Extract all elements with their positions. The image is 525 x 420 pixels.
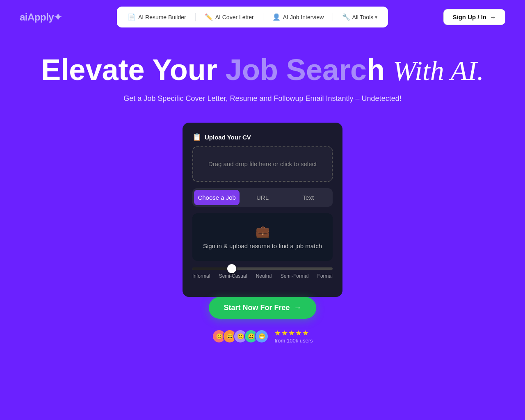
tone-label-neutral: Neutral [256,273,272,279]
nav-item-interview-label: AI Job Interview [283,14,324,21]
nav-item-all-tools[interactable]: 🔧 All Tools ▾ [336,10,383,24]
main-card: 📋 Upload Your CV Drag and drop file here… [183,123,342,297]
job-match-text: Sign in & upload resume to find a job ma… [201,242,324,249]
tab-text[interactable]: Text [285,190,331,205]
navbar: aiApply✦ 📄 AI Resume Builder ✏️ AI Cover… [0,0,525,34]
tone-section: Informal Semi-Casual Neutral Semi-Formal… [192,267,333,279]
tab-url[interactable]: URL [240,190,285,205]
chevron-down-icon: ▾ [375,14,377,20]
hero-title: Elevate Your Job Search With AI. [8,54,517,86]
tab-url-label: URL [256,194,269,201]
resume-icon: 📄 [128,13,136,21]
tone-slider-track [192,267,333,270]
nav-divider-1 [195,13,196,21]
signup-arrow-icon: → [490,14,496,21]
hero-title-h: h [367,53,393,86]
tone-label-semicasual: Semi-Casual [219,273,247,279]
nav-item-resume-label: AI Resume Builder [138,14,186,21]
stars: ★★★★★ [274,329,309,338]
interview-icon: 👤 [272,13,281,21]
tone-labels: Informal Semi-Casual Neutral Semi-Formal… [192,273,333,279]
logo-text: aiApply✦ [20,11,62,23]
tone-slider-thumb[interactable] [227,264,236,273]
upload-dropzone[interactable]: Drag and drop file here or click to sele… [192,146,333,182]
upload-title-text: Upload Your CV [205,134,251,141]
tab-text-label: Text [303,194,314,201]
upload-dropzone-text: Drag and drop file here or click to sele… [208,160,317,167]
avatar-5: 😁 [255,329,269,343]
nav-item-cover-letter[interactable]: ✏️ AI Cover Letter [199,10,260,24]
rating-text: from 100k users [274,338,313,344]
start-arrow-icon: → [294,304,301,312]
start-button[interactable]: Start Now For Free → [209,297,316,319]
nav-item-resume-builder[interactable]: 📄 AI Resume Builder [122,10,192,24]
social-proof: 😊 😄 🙂 😃 😁 ★★★★★ from 100k users [8,329,517,344]
hero-title-italic: With AI. [393,55,484,86]
logo[interactable]: aiApply✦ [20,11,62,23]
tools-icon: 🔧 [342,13,350,21]
nav-item-job-interview[interactable]: 👤 AI Job Interview [267,10,330,24]
job-match-box: 💼 Sign in & upload resume to find a job … [192,213,333,261]
hero-subtitle: Get a Job Specific Cover Letter, Resume … [8,94,517,103]
tab-choose-job-label: Choose a Job [198,194,236,201]
signup-button[interactable]: Sign Up / In → [443,9,506,25]
avatars-group: 😊 😄 🙂 😃 😁 [212,329,269,343]
tone-label-formal: Formal [317,273,333,279]
start-label: Start Now For Free [224,304,290,312]
hero-section: Elevate Your Job Search With AI. Get a J… [0,34,525,354]
tabs-container: Choose a Job URL Text [192,188,333,207]
nav-divider-2 [263,13,263,21]
hero-title-highlight: Job Searc [226,53,367,86]
upload-section: 📋 Upload Your CV Drag and drop file here… [192,132,333,182]
cover-letter-icon: ✏️ [205,13,213,21]
tone-slider-fill [192,267,232,270]
rating-block: ★★★★★ from 100k users [274,329,313,344]
logo-star: ✦ [54,11,62,23]
upload-cv-icon: 📋 [192,132,201,142]
hero-title-part1: Elevate Your [41,53,226,86]
tab-choose-job[interactable]: Choose a Job [194,190,240,205]
nav-item-tools-label: All Tools [352,14,373,21]
signup-label: Sign Up / In [453,14,487,21]
nav-divider-3 [333,13,333,21]
upload-title: 📋 Upload Your CV [192,132,333,142]
nav-menu: 📄 AI Resume Builder ✏️ AI Cover Letter 👤… [117,7,388,27]
briefcase-icon: 💼 [201,225,324,238]
tone-label-informal: Informal [192,273,210,279]
tone-label-semiformal: Semi-Formal [281,273,309,279]
nav-item-cover-label: AI Cover Letter [215,14,254,21]
